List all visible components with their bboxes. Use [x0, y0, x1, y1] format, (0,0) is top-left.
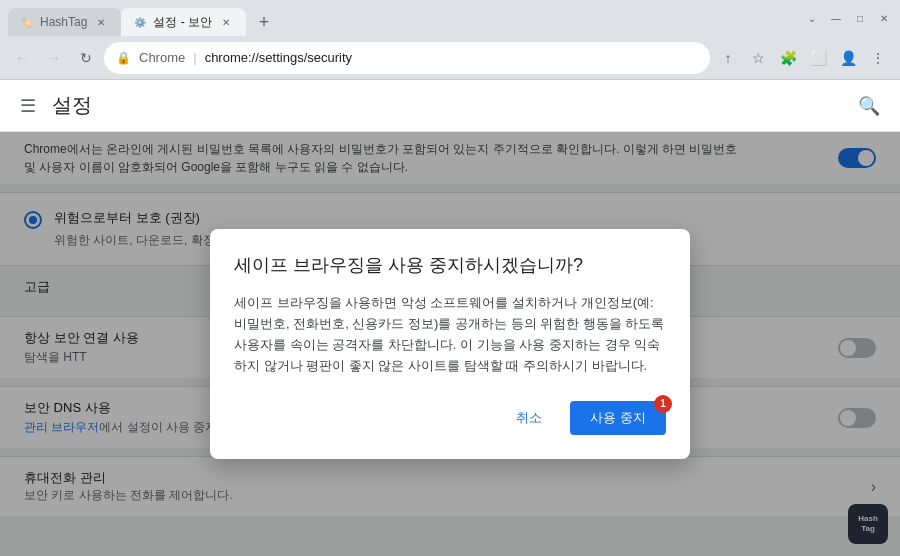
tab-settings-close[interactable]: ✕	[218, 14, 234, 30]
bookmark-icon[interactable]: ☆	[744, 44, 772, 72]
search-icon[interactable]: 🔍	[858, 95, 880, 117]
tab-settings[interactable]: ⚙️ 설정 - 보안 ✕	[121, 8, 246, 36]
forward-button[interactable]: →	[40, 44, 68, 72]
profile-icon[interactable]: 👤	[834, 44, 862, 72]
tab-strip: 🏷️ HashTag ✕ ⚙️ 설정 - 보안 ✕ +	[8, 0, 804, 36]
settings-page-title: 설정	[52, 92, 92, 119]
refresh-button[interactable]: ↻	[72, 44, 100, 72]
tab-settings-title: 설정 - 보안	[153, 14, 212, 31]
hamburger-icon[interactable]: ☰	[20, 95, 36, 117]
dialog-actions: 취소 사용 중지 1	[234, 401, 666, 435]
dialog-overlay: 세이프 브라우징을 사용 중지하시겠습니까? 세이프 브라우징을 사용하면 악성…	[0, 132, 900, 556]
share-icon[interactable]: ↑	[714, 44, 742, 72]
dialog-body: 세이프 브라우징을 사용하면 악성 소프트웨어를 설치하거나 개인정보(예: 비…	[234, 293, 666, 376]
back-button[interactable]: ←	[8, 44, 36, 72]
settings-header: ☰ 설정 🔍	[0, 80, 900, 132]
url-path: chrome://settings/security	[205, 50, 352, 65]
settings-content: Chrome에서는 온라인에 게시된 비밀번호 목록에 사용자의 비밀번호가 포…	[0, 132, 900, 556]
confirm-dialog: 세이프 브라우징을 사용 중지하시겠습니까? 세이프 브라우징을 사용하면 악성…	[210, 229, 690, 458]
url-chrome-text: Chrome	[139, 50, 185, 65]
url-bar[interactable]: 🔒 Chrome | chrome://settings/security	[104, 42, 710, 74]
minimize-button[interactable]: —	[828, 10, 844, 26]
title-bar: 🏷️ HashTag ✕ ⚙️ 설정 - 보안 ✕ + ⌄ — □ ✕	[0, 0, 900, 36]
notification-badge: 1	[654, 395, 672, 413]
window-controls: ⌄ — □ ✕	[804, 10, 892, 26]
cancel-button[interactable]: 취소	[496, 401, 562, 435]
tab-hashtag[interactable]: 🏷️ HashTag ✕	[8, 8, 121, 36]
tab-hashtag-title: HashTag	[40, 15, 87, 29]
tab-hashtag-close[interactable]: ✕	[93, 14, 109, 30]
settings-page: ☰ 설정 🔍 Chrome에서는 온라인에 게시된 비밀번호 목록에 사용자의 …	[0, 80, 900, 556]
url-separator: |	[193, 50, 196, 65]
disable-button[interactable]: 사용 중지 1	[570, 401, 666, 435]
maximize-button[interactable]: □	[852, 10, 868, 26]
security-icon: 🔒	[116, 51, 131, 65]
chevron-down-icon[interactable]: ⌄	[804, 10, 820, 26]
menu-icon[interactable]: ⋮	[864, 44, 892, 72]
address-bar: ← → ↻ 🔒 Chrome | chrome://settings/secur…	[0, 36, 900, 80]
toolbar-icons: ↑ ☆ 🧩 ⬜ 👤 ⋮	[714, 44, 892, 72]
new-tab-button[interactable]: +	[250, 8, 278, 36]
close-button[interactable]: ✕	[876, 10, 892, 26]
tab-hashtag-favicon: 🏷️	[20, 15, 34, 29]
extension-icon[interactable]: 🧩	[774, 44, 802, 72]
tab-settings-favicon: ⚙️	[133, 15, 147, 29]
tablet-icon[interactable]: ⬜	[804, 44, 832, 72]
dialog-title: 세이프 브라우징을 사용 중지하시겠습니까?	[234, 253, 666, 277]
